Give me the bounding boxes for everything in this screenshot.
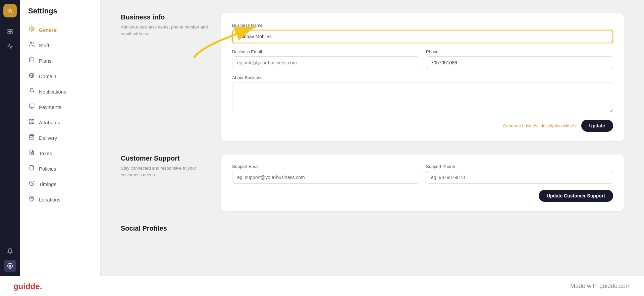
svg-rect-18 <box>32 122 34 124</box>
sidebar-item-taxes[interactable]: Taxes <box>20 145 100 161</box>
sidebar-item-attributes-label: Attributes <box>39 120 60 125</box>
support-phone-input[interactable] <box>426 171 613 184</box>
general-icon <box>28 26 35 34</box>
sidebar: Settings General Staff Plans Domain <box>20 0 101 276</box>
sidebar-item-delivery[interactable]: Delivery <box>20 130 100 145</box>
guidde-logo: guidde. <box>13 282 42 291</box>
business-name-input[interactable] <box>232 30 613 43</box>
sidebar-item-payments[interactable]: Payments <box>20 99 100 115</box>
svg-rect-16 <box>32 119 34 121</box>
sidebar-item-locations[interactable]: Locations <box>20 192 100 207</box>
sidebar-item-staff[interactable]: Staff <box>20 38 100 53</box>
sidebar-item-payments-label: Payments <box>39 104 61 110</box>
bottom-tagline: Made with guidde.com <box>570 283 631 290</box>
business-email-input[interactable] <box>232 56 419 69</box>
svg-rect-12 <box>29 104 34 107</box>
customer-support-title: Customer Support <box>121 155 208 162</box>
sidebar-item-plans[interactable]: Plans <box>20 53 100 68</box>
locations-icon <box>28 196 35 203</box>
sidebar-item-locations-label: Locations <box>39 197 60 202</box>
taxes-icon <box>28 150 35 157</box>
sidebar-item-taxes-label: Taxes <box>39 151 52 156</box>
business-info-title: Business info <box>121 13 208 21</box>
sidebar-item-timings[interactable]: Timings <box>20 176 100 192</box>
business-info-desc: Add your business name, phone number and… <box>121 24 208 37</box>
plans-icon <box>28 57 35 64</box>
customer-support-desc: Stay connected and responsive to your cu… <box>121 165 208 178</box>
customer-support-left: Customer Support Stay connected and resp… <box>121 155 208 178</box>
business-info-section: Business info Add your business name, ph… <box>121 13 624 141</box>
business-email-group: Business Email <box>232 49 419 69</box>
update-customer-support-button[interactable]: Update Customer Support <box>539 190 613 202</box>
main-content: Business info Add your business name, ph… <box>101 0 644 276</box>
sidebar-item-general-label: General <box>39 27 58 33</box>
sidebar-item-policies[interactable]: Policies <box>20 161 100 176</box>
rail-icon-analytics[interactable] <box>4 40 16 52</box>
timings-icon <box>28 180 35 188</box>
social-profiles-title: Social Profiles <box>121 225 208 232</box>
svg-rect-0 <box>8 29 10 31</box>
sidebar-item-staff-label: Staff <box>39 43 49 48</box>
business-info-footer: Generate business description with AI Up… <box>232 120 613 132</box>
phone-label: Phone <box>426 49 613 54</box>
svg-rect-3 <box>10 32 12 34</box>
svg-point-6 <box>30 42 32 44</box>
sidebar-item-timings-label: Timings <box>39 181 56 187</box>
social-profiles-left: Social Profiles <box>121 225 208 235</box>
app-logo[interactable]: n <box>3 4 17 17</box>
customer-support-card: Support Email Support Phone Update Custo… <box>221 155 624 211</box>
sidebar-item-plans-label: Plans <box>39 58 52 64</box>
business-name-group: Business Name <box>232 23 613 43</box>
about-group: About Business <box>232 75 613 114</box>
ai-generate-link[interactable]: Generate business description with AI <box>503 123 576 128</box>
business-info-card: Business Name Business Email Phone <box>221 13 624 141</box>
phone-group: Phone <box>426 49 613 69</box>
customer-support-section: Customer Support Stay connected and resp… <box>121 155 624 211</box>
support-phone-group: Support Phone <box>426 164 613 184</box>
about-textarea[interactable] <box>232 82 613 112</box>
svg-rect-7 <box>30 58 34 62</box>
notifications-icon <box>28 88 35 95</box>
sidebar-item-domain[interactable]: Domain <box>20 68 100 84</box>
sidebar-item-attributes[interactable]: Attributes <box>20 115 100 130</box>
business-info-left: Business info Add your business name, ph… <box>121 13 208 37</box>
sidebar-item-general[interactable]: General <box>20 22 100 38</box>
payments-icon <box>28 103 35 111</box>
about-label: About Business <box>232 75 613 80</box>
rail-icon-settings[interactable] <box>4 260 16 272</box>
attributes-icon <box>28 119 35 126</box>
svg-point-23 <box>31 197 32 199</box>
icon-rail: n <box>0 0 20 276</box>
business-email-label: Business Email <box>232 49 419 54</box>
rail-icon-notifications[interactable] <box>4 245 16 257</box>
svg-rect-17 <box>30 122 31 124</box>
sidebar-item-notifications-label: Notifications <box>39 89 66 95</box>
sidebar-item-delivery-label: Delivery <box>39 135 57 141</box>
customer-support-footer: Update Customer Support <box>232 190 613 202</box>
business-name-label: Business Name <box>232 23 613 28</box>
sidebar-item-domain-label: Domain <box>39 73 56 79</box>
domain-icon <box>28 72 35 80</box>
sidebar-item-policies-label: Policies <box>39 166 56 172</box>
rail-icon-orders[interactable] <box>4 25 16 38</box>
svg-rect-15 <box>30 119 31 121</box>
sidebar-item-notifications[interactable]: Notifications <box>20 84 100 99</box>
support-email-group: Support Email <box>232 164 419 184</box>
delivery-icon <box>28 134 35 141</box>
support-email-input[interactable] <box>232 171 419 184</box>
svg-rect-2 <box>8 32 10 34</box>
svg-point-4 <box>9 265 11 267</box>
phone-input[interactable] <box>426 56 613 69</box>
update-button[interactable]: Update <box>581 120 613 132</box>
policies-icon <box>28 165 35 172</box>
support-phone-label: Support Phone <box>426 164 613 169</box>
svg-rect-1 <box>10 29 12 31</box>
bottom-bar: guidde. Made with guidde.com <box>0 276 644 296</box>
social-profiles-section: Social Profiles <box>121 225 624 235</box>
page-title: Settings <box>20 7 100 22</box>
svg-point-5 <box>31 28 32 29</box>
staff-icon <box>28 42 35 49</box>
support-email-label: Support Email <box>232 164 419 169</box>
